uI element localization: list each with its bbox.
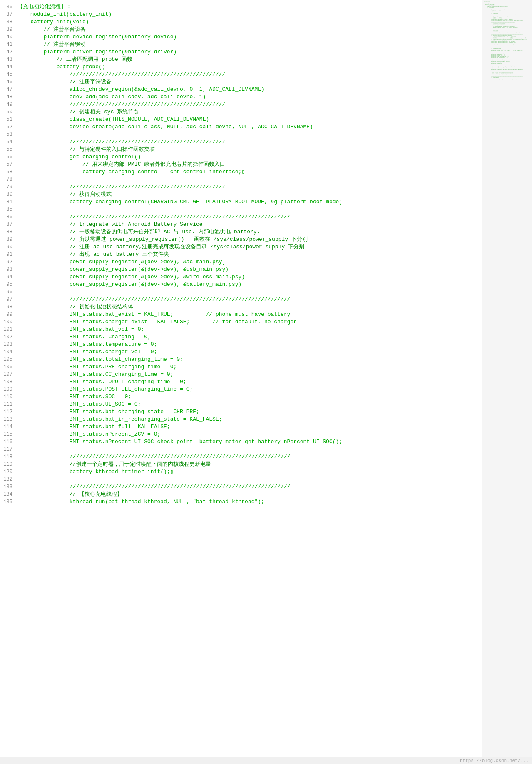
line-content: BMT_status.bat_charging_state = CHR_PRE; — [16, 408, 482, 416]
line-number: 42 — [0, 48, 16, 56]
line-content: // 【核心充电线程】 — [16, 491, 482, 498]
line-content: // 注册 ac usb battery,注册完成可发现在设备目录 /sys/c… — [16, 243, 482, 251]
table-row: 93 power_supply_register(&(dev->dev), &u… — [0, 266, 482, 273]
line-content: BMT_status.bat_vol = 0; — [16, 326, 482, 333]
table-row: 53 — [0, 131, 482, 138]
line-number: 96 — [0, 288, 16, 296]
line-content: battery_charging_control = chr_control_i… — [16, 168, 482, 176]
line-number: 86 — [0, 213, 16, 221]
line-number: 46 — [0, 78, 16, 86]
line-content: cdev_add(adc_cali_cdev, adc_cali_devno, … — [16, 93, 482, 101]
table-row: 87 // Integrate with Android Battery Ser… — [0, 221, 482, 228]
line-number: 43 — [0, 56, 16, 63]
table-row: 40 platform_device_register(&battery_dev… — [0, 33, 482, 41]
line-number: 108 — [0, 378, 16, 386]
table-row: 112 BMT_status.bat_charging_state = CHR_… — [0, 408, 482, 416]
table-row: 111 BMT_status.UI_SOC = 0; — [0, 401, 482, 408]
line-number: 41 — [0, 41, 16, 48]
line-content: power_supply_register(&(dev->dev), &usb_… — [16, 266, 482, 273]
line-content: // 用来绑定内部 PMIC 或者外部充电芯片的操作函数入口 — [16, 161, 482, 168]
line-number: 54 — [0, 138, 16, 146]
line-number: 98 — [0, 303, 16, 311]
table-row: 58 battery_charging_control = chr_contro… — [0, 168, 482, 176]
table-row: 50 // 创建相关 sys 系统节点 — [0, 108, 482, 116]
table-row: 88 // 一般移动设备的供电可来自外部即 AC 与 usb. 内部电池供电 b… — [0, 228, 482, 236]
line-number: 85 — [0, 206, 16, 213]
line-content: BMT_status.nPrecent_UI_SOC_check_point= … — [16, 438, 482, 446]
line-number: 51 — [0, 116, 16, 123]
line-number: 110 — [0, 393, 16, 401]
table-row: 101 BMT_status.bat_vol = 0; — [0, 326, 482, 333]
line-content — [16, 206, 482, 213]
line-content: BMT_status.temperature = 0; — [16, 341, 482, 348]
line-number: 38 — [0, 18, 16, 26]
table-row: 91 // 出现 ac usb battery 三个文件夹 — [0, 251, 482, 258]
table-row: 81 battery_charging_control(CHARGING_CMD… — [0, 198, 482, 206]
line-number: 99 — [0, 311, 16, 318]
line-content: device_create(adc_cali_class, NULL, adc_… — [16, 123, 482, 131]
line-content: // 创建相关 sys 系统节点 — [16, 108, 482, 116]
line-content: ////////////////////////////////////////… — [16, 483, 482, 491]
line-content: BMT_status.bat_full= KAL_FALSE; — [16, 423, 482, 431]
table-row: 38 battery_init(void) — [0, 18, 482, 26]
line-content: ////////////////////////////////////////… — [16, 296, 482, 303]
line-number: 102 — [0, 333, 16, 341]
table-row: 110 BMT_status.SOC = 0; — [0, 393, 482, 401]
line-number: 37 — [0, 11, 16, 18]
line-number: 132 — [0, 476, 16, 483]
line-content: get_charging_control() — [16, 153, 482, 161]
line-number: 44 — [0, 63, 16, 71]
table-row: 41 // 注册平台驱动 — [0, 41, 482, 48]
table-row: 106 BMT_status.PRE_charging_time = 0; — [0, 363, 482, 371]
minimap-content: 【充电初始化流程】： module_init(battery_init) bat… — [482, 0, 532, 81]
line-number: 95 — [0, 281, 16, 288]
line-content: // 与特定硬件的入口操作函数类联 — [16, 146, 482, 153]
table-row: 107 BMT_status.CC_charging_time = 0; — [0, 371, 482, 378]
table-row: 79 /////////////////////////////////////… — [0, 183, 482, 191]
line-number: 100 — [0, 318, 16, 326]
line-content: //创建一个定时器，用于定时唤醒下面的内核线程更新电量 — [16, 461, 482, 468]
line-number: 52 — [0, 123, 16, 131]
line-content — [16, 176, 482, 183]
line-number: 55 — [0, 146, 16, 153]
line-number: 115 — [0, 431, 16, 438]
table-row: 135 kthread_run(bat_thread_kthread, NULL… — [0, 498, 482, 506]
line-number: 56 — [0, 153, 16, 161]
line-content: BMT_status.ICharging = 0; — [16, 333, 482, 341]
line-content: BMT_status.charger_exist = KAL_FALSE; //… — [16, 318, 482, 326]
table-row: 44 battery_probe() — [0, 63, 482, 71]
line-content: module_init(battery_init) — [16, 11, 482, 18]
line-content: battery_init(void) — [16, 18, 482, 26]
line-content — [16, 446, 482, 453]
table-row: 117 — [0, 446, 482, 453]
line-number: 79 — [0, 183, 16, 191]
line-number: 78 — [0, 176, 16, 183]
table-row: 104 BMT_status.charger_vol = 0; — [0, 348, 482, 356]
line-content: // 注册平台驱动 — [16, 41, 482, 48]
line-content: power_supply_register(&(dev->dev), &batt… — [16, 281, 482, 288]
line-number: 117 — [0, 446, 16, 453]
table-row: 105 BMT_status.total_charging_time = 0; — [0, 356, 482, 363]
line-number: 112 — [0, 408, 16, 416]
line-content: BMT_status.TOPOFF_charging_time = 0; — [16, 378, 482, 386]
table-row: 134 // 【核心充电线程】 — [0, 491, 482, 498]
table-row: 119 //创建一个定时器，用于定时唤醒下面的内核线程更新电量 — [0, 461, 482, 468]
line-content: BMT_status.bat_in_recharging_state = KAL… — [16, 416, 482, 423]
table-row: 39 // 注册平台设备 — [0, 26, 482, 33]
line-content: BMT_status.total_charging_time = 0; — [16, 356, 482, 363]
table-row: 90 // 注册 ac usb battery,注册完成可发现在设备目录 /sy… — [0, 243, 482, 251]
line-number: 88 — [0, 228, 16, 236]
table-row: 97 /////////////////////////////////////… — [0, 296, 482, 303]
line-number: 105 — [0, 356, 16, 363]
line-content: power_supply_register(&(dev->dev), &ac_m… — [16, 258, 482, 266]
line-content: // 初始化电池状态结构体 — [16, 303, 482, 311]
line-content: BMT_status.UI_SOC = 0; — [16, 401, 482, 408]
line-number: 107 — [0, 371, 16, 378]
line-number: 133 — [0, 483, 16, 491]
line-content: battery_probe() — [16, 63, 482, 71]
table-row: 132 — [0, 476, 482, 483]
line-content: ////////////////////////////////////////… — [16, 101, 482, 108]
table-row: 43 // 二者匹配调用 probe 函数 — [0, 56, 482, 63]
table-row: 47 alloc_chrdev_region(&adc_cali_devno, … — [0, 86, 482, 93]
table-row: 100 BMT_status.charger_exist = KAL_FALSE… — [0, 318, 482, 326]
